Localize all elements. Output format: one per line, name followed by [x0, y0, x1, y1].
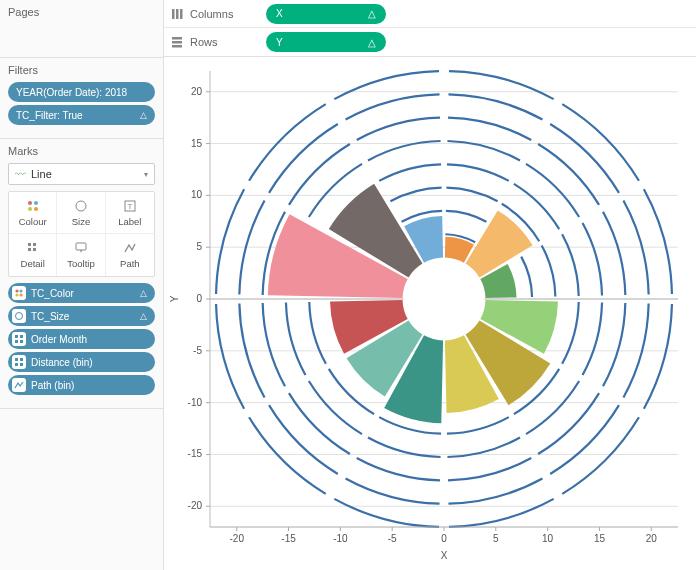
- svg-text:-5: -5: [193, 345, 202, 356]
- line-icon: 〰: [15, 168, 26, 180]
- svg-text:15: 15: [191, 138, 203, 149]
- filter-pill[interactable]: TC_Filter: True △: [8, 105, 155, 125]
- svg-rect-24: [20, 363, 23, 366]
- marks-buttons: Colour Size T Label: [8, 191, 155, 277]
- svg-text:-5: -5: [388, 533, 397, 544]
- filters-title: Filters: [8, 64, 155, 76]
- svg-text:5: 5: [493, 533, 499, 544]
- mark-pill-delta: △: [140, 288, 147, 298]
- svg-text:-10: -10: [188, 397, 203, 408]
- tooltip-icon: [74, 241, 88, 255]
- svg-rect-28: [172, 37, 182, 40]
- marks-tooltip-button[interactable]: Tooltip: [57, 234, 105, 276]
- svg-text:10: 10: [542, 533, 554, 544]
- mark-pill[interactable]: Path (bin): [8, 375, 155, 395]
- marks-card: Marks 〰 Line ▾ Colour: [0, 139, 163, 409]
- svg-text:-15: -15: [188, 448, 203, 459]
- svg-rect-22: [20, 358, 23, 361]
- mark-pill-label: TC_Size: [31, 311, 69, 322]
- svg-text:5: 5: [196, 241, 202, 252]
- svg-text:-15: -15: [281, 533, 296, 544]
- size-icon: [74, 199, 88, 213]
- cell-label: Label: [118, 216, 141, 227]
- shelves: Columns X △ Rows Y △: [164, 0, 696, 57]
- filters-shelf[interactable]: Filters YEAR(Order Date): 2018 TC_Filter…: [0, 58, 163, 139]
- marks-colour-button[interactable]: Colour: [9, 192, 57, 234]
- filter-pill-delta: △: [140, 110, 147, 120]
- filter-pill-label: YEAR(Order Date): 2018: [16, 87, 127, 98]
- svg-point-3: [34, 207, 38, 211]
- svg-text:0: 0: [196, 293, 202, 304]
- colour-icon: [12, 286, 26, 300]
- columns-icon: [170, 8, 184, 20]
- mark-type-label: Line: [31, 168, 52, 180]
- svg-point-14: [15, 293, 18, 296]
- cell-label: Size: [72, 216, 90, 227]
- svg-text:15: 15: [594, 533, 606, 544]
- rows-pill-delta: △: [368, 37, 376, 48]
- chart-canvas[interactable]: -20-15-10-505101520-20-15-10-505101520XY: [164, 57, 696, 570]
- columns-pill-label: X: [276, 8, 283, 19]
- svg-text:-20: -20: [230, 533, 245, 544]
- columns-pill[interactable]: X △: [266, 4, 386, 24]
- rows-label: Rows: [190, 36, 260, 48]
- svg-text:X: X: [441, 550, 448, 561]
- mark-pill[interactable]: TC_Color△: [8, 283, 155, 303]
- mark-pill[interactable]: Distance (bin): [8, 352, 155, 372]
- svg-rect-8: [33, 243, 36, 246]
- filter-pill[interactable]: YEAR(Order Date): 2018: [8, 82, 155, 102]
- svg-rect-19: [15, 340, 18, 343]
- svg-point-12: [15, 289, 18, 292]
- svg-rect-30: [172, 45, 182, 48]
- pages-title: Pages: [8, 6, 155, 18]
- marks-title: Marks: [8, 145, 155, 157]
- columns-shelf[interactable]: Columns X △: [164, 0, 696, 28]
- svg-text:10: 10: [191, 189, 203, 200]
- cell-label: Detail: [21, 258, 45, 269]
- mark-pill-label: TC_Color: [31, 288, 74, 299]
- svg-rect-25: [172, 9, 175, 19]
- svg-rect-18: [20, 335, 23, 338]
- label-icon: T: [123, 199, 137, 213]
- columns-pill-delta: △: [368, 8, 376, 19]
- rows-pill-label: Y: [276, 37, 283, 48]
- svg-rect-7: [28, 243, 31, 246]
- svg-rect-26: [176, 9, 179, 19]
- size-icon: [12, 309, 26, 323]
- svg-text:20: 20: [191, 86, 203, 97]
- marks-size-button[interactable]: Size: [57, 192, 105, 234]
- detail-icon: [12, 355, 26, 369]
- svg-text:T: T: [127, 202, 132, 211]
- svg-rect-11: [76, 243, 86, 250]
- mark-pill[interactable]: TC_Size△: [8, 306, 155, 326]
- mark-pill-delta: △: [140, 311, 147, 321]
- marks-path-button[interactable]: Path: [106, 234, 154, 276]
- svg-point-4: [76, 201, 86, 211]
- path-icon: [12, 378, 26, 392]
- rows-pill[interactable]: Y △: [266, 32, 386, 52]
- svg-text:20: 20: [646, 533, 658, 544]
- svg-rect-20: [20, 340, 23, 343]
- marks-label-button[interactable]: T Label: [106, 192, 154, 234]
- rows-shelf[interactable]: Rows Y △: [164, 28, 696, 56]
- svg-point-42: [404, 259, 485, 340]
- path-icon: [123, 241, 137, 255]
- cell-label: Colour: [19, 216, 47, 227]
- colour-icon: [26, 199, 40, 213]
- svg-rect-17: [15, 335, 18, 338]
- rows-icon: [170, 36, 184, 48]
- svg-rect-9: [28, 248, 31, 251]
- svg-rect-10: [33, 248, 36, 251]
- pages-shelf[interactable]: Pages: [0, 0, 163, 58]
- mark-type-dropdown[interactable]: 〰 Line ▾: [8, 163, 155, 185]
- svg-rect-27: [180, 9, 183, 19]
- svg-point-2: [28, 207, 32, 211]
- mark-pill[interactable]: Order Month: [8, 329, 155, 349]
- marks-detail-button[interactable]: Detail: [9, 234, 57, 276]
- mark-pill-label: Distance (bin): [31, 357, 93, 368]
- cell-label: Path: [120, 258, 140, 269]
- svg-point-15: [19, 293, 22, 296]
- svg-point-13: [19, 289, 22, 292]
- svg-point-1: [34, 201, 38, 205]
- svg-text:Y: Y: [169, 295, 180, 302]
